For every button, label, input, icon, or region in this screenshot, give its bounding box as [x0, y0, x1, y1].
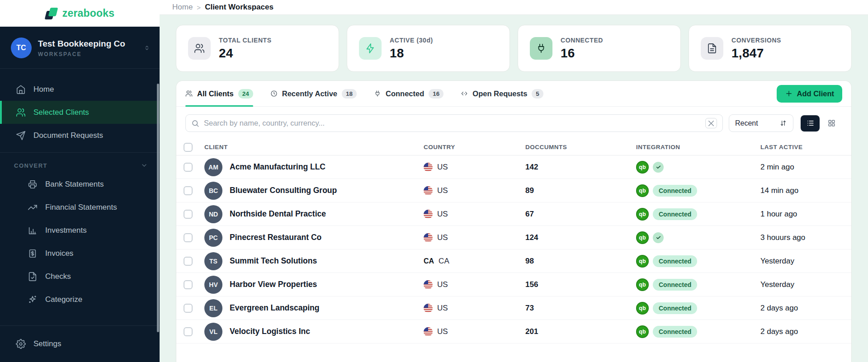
country-cell: US [424, 327, 525, 336]
workspace-meta: Test Bookkeeping Co WORKSPACE [38, 39, 137, 57]
grid-icon [827, 119, 836, 127]
country-code: US [437, 280, 448, 289]
country-code: CA [439, 257, 449, 266]
client-name: Summit Tech Solutions [230, 256, 317, 266]
brand-logo-icon [45, 7, 58, 20]
plug-icon [530, 37, 552, 60]
row-checkbox[interactable] [184, 210, 193, 219]
client-avatar: VL [204, 323, 222, 341]
sort-dropdown[interactable]: Recent [729, 114, 793, 132]
documents-count: 67 [525, 210, 636, 219]
table-row[interactable]: ND Northside Dental Practice US 67 qbCon… [176, 202, 851, 226]
table-row[interactable]: EL Evergreen Landscaping US 73 qbConnect… [176, 296, 851, 320]
client-cell: PC Pinecrest Restaurant Co [204, 229, 424, 247]
connected-pill: Connected [653, 185, 697, 197]
integration-cell: qb [636, 231, 760, 244]
row-checkbox[interactable] [184, 186, 193, 195]
tabs-row: All Clients 24 Recently Active 18 Connec… [176, 81, 851, 107]
stat-value: 1,847 [731, 46, 781, 61]
add-client-button[interactable]: Add Client [777, 85, 843, 103]
us-flag-icon [424, 233, 433, 242]
unfold-icon [143, 44, 151, 52]
stat-label: CONVERSIONS [731, 37, 781, 44]
sidebar-item-investments[interactable]: Investments [0, 219, 160, 242]
last-active: 2 min ago [760, 163, 844, 172]
last-active: Yesterday [760, 280, 844, 289]
breadcrumb-home[interactable]: Home [172, 3, 193, 12]
connected-pill: Connected [653, 326, 697, 338]
sidebar-item-home[interactable]: Home [0, 78, 160, 101]
tab-open-requests[interactable]: Open Requests 5 [461, 81, 543, 106]
tab-recently-active[interactable]: Recently Active 18 [270, 81, 357, 106]
plus-icon [785, 89, 793, 98]
stat-card-active-30d: ACTIVE (30d) 18 [347, 25, 510, 72]
select-all-checkbox[interactable] [184, 143, 193, 152]
row-checkbox[interactable] [184, 327, 193, 336]
connected-pill: Connected [653, 302, 697, 314]
table-row[interactable]: BC Bluewater Consulting Group US 89 qbCo… [176, 179, 851, 202]
row-checkbox[interactable] [184, 280, 193, 289]
sidebar-item-selected-clients[interactable]: Selected Clients [0, 101, 160, 124]
workspace-switcher[interactable]: TC Test Bookkeeping Co WORKSPACE [0, 27, 160, 69]
clock-icon [270, 90, 278, 97]
integration-cell: qbConnected [636, 278, 760, 291]
country-cell: CACA [424, 257, 525, 266]
sidebar-item-document-requests[interactable]: Document Requests [0, 124, 160, 147]
row-checkbox[interactable] [184, 163, 193, 172]
country-cell: US [424, 163, 525, 172]
invoice-icon [28, 249, 38, 259]
client-avatar: AM [204, 158, 222, 176]
sidebar-item-bank-statements[interactable]: Bank Statements [0, 173, 160, 196]
table-row[interactable]: PC Pinecrest Restaurant Co US 124 qb 3 h… [176, 226, 851, 249]
row-checkbox[interactable] [184, 257, 193, 266]
column-header: INTEGRATION [636, 144, 760, 150]
last-active: 2 days ago [760, 327, 844, 336]
check-icon [656, 235, 661, 240]
list-view-button[interactable] [801, 115, 820, 132]
country-code: US [437, 186, 448, 195]
users-icon [185, 90, 193, 97]
table-row[interactable]: VL Velocity Logistics Inc US 201 qbConne… [176, 320, 851, 343]
grid-view-button[interactable] [822, 115, 841, 132]
table-row[interactable]: TS Summit Tech Solutions CACA 98 qbConne… [176, 249, 851, 273]
integration-cell: qbConnected [636, 302, 760, 315]
tab-count-badge: 24 [238, 89, 253, 99]
sidebar-scrollbar[interactable] [157, 84, 159, 332]
tab-connected[interactable]: Connected 16 [374, 81, 443, 106]
row-checkbox[interactable] [184, 233, 193, 242]
table-row[interactable]: HV Harbor View Properties US 156 qbConne… [176, 273, 851, 296]
sidebar-item-checks[interactable]: Checks [0, 265, 160, 288]
country-cell: US [424, 210, 525, 219]
country-code: US [437, 210, 448, 219]
sidebar-item-settings[interactable]: Settings [0, 331, 160, 357]
integration-cell: qbConnected [636, 255, 760, 268]
country-code: US [437, 327, 448, 336]
table-row[interactable]: AM Acme Manufacturing LLC US 142 qb 2 mi… [176, 155, 851, 179]
documents-count: 124 [525, 233, 636, 242]
tab-all-clients[interactable]: All Clients 24 [185, 81, 253, 106]
last-active: 2 days ago [760, 304, 844, 313]
search-icon [191, 119, 199, 127]
row-checkbox[interactable] [184, 304, 193, 313]
page-content: TOTAL CLIENTS 24 ACTIVE (30d) 18 CONNECT… [160, 15, 868, 362]
clear-search-button[interactable] [705, 118, 717, 128]
sidebar-item-label: Settings [33, 339, 61, 348]
view-toggle [799, 113, 842, 133]
us-flag-icon [424, 327, 433, 336]
sidebar-item-invoices[interactable]: Invoices [0, 242, 160, 265]
quickbooks-icon: qb [636, 208, 649, 221]
workspace-name: Test Bookkeeping Co [38, 39, 137, 49]
sort-icon [779, 119, 787, 127]
sidebar-item-financial-statements[interactable]: Financial Statements [0, 196, 160, 219]
workspace-avatar: TC [11, 38, 32, 58]
search-input[interactable] [204, 119, 701, 127]
lightning-icon [359, 37, 382, 60]
sidebar-item-categorize[interactable]: Categorize [0, 288, 160, 311]
brand-logo[interactable]: zerabooks [0, 0, 160, 27]
integration-cell: qb [636, 161, 760, 174]
client-avatar: BC [204, 182, 222, 200]
app-root: zerabooks TC Test Bookkeeping Co WORKSPA… [0, 0, 868, 362]
client-cell: VL Velocity Logistics Inc [204, 323, 424, 341]
search-box[interactable] [185, 114, 723, 132]
convert-section-toggle[interactable]: CONVERT [0, 158, 160, 173]
